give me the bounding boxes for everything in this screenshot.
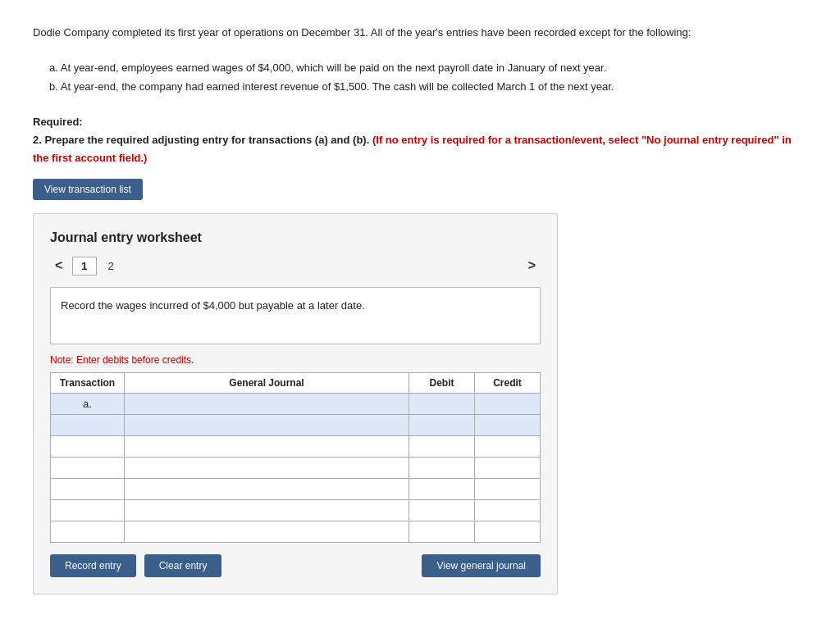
credit-input-5[interactable] [475, 478, 541, 499]
table-row [51, 499, 541, 521]
table-row [51, 457, 541, 478]
col-header-credit: Credit [475, 372, 541, 393]
debit-input-4[interactable] [409, 457, 475, 478]
general-journal-input-7[interactable] [125, 521, 409, 542]
worksheet-title: Journal entry worksheet [50, 230, 541, 245]
transaction-label-a: a. [51, 393, 125, 414]
clear-entry-button[interactable]: Clear entry [144, 554, 222, 577]
condition-a: a. At year-end, employees earned wages o… [49, 58, 807, 77]
table-row [51, 521, 541, 542]
note-text: Note: Enter debits before credits. [50, 354, 541, 366]
condition-b: b. At year-end, the company had earned i… [49, 77, 807, 96]
general-journal-input-2[interactable] [125, 414, 409, 435]
col-header-debit: Debit [409, 372, 475, 393]
tab-2[interactable]: 2 [102, 257, 121, 275]
general-journal-input-6[interactable] [125, 499, 409, 521]
general-journal-input-5[interactable] [125, 478, 409, 499]
credit-input-6[interactable] [475, 499, 541, 521]
table-row [51, 478, 541, 499]
nav-left-arrow[interactable]: < [50, 257, 67, 275]
debit-input-5[interactable] [409, 478, 475, 499]
table-row [51, 414, 541, 435]
journal-entry-worksheet: Journal entry worksheet < 1 2 > Record t… [33, 213, 558, 594]
general-journal-input-1[interactable] [125, 393, 409, 414]
general-journal-input-3[interactable] [125, 435, 409, 457]
debit-input-7[interactable] [409, 521, 475, 542]
debit-input-2[interactable] [409, 414, 475, 435]
view-transaction-button[interactable]: View transaction list [33, 179, 143, 200]
table-row [51, 435, 541, 457]
table-row: a. [51, 393, 541, 414]
tab-1[interactable]: 1 [72, 257, 96, 276]
transaction-label-3 [51, 435, 125, 457]
journal-table: Transaction General Journal Debit Credit… [50, 372, 541, 543]
credit-input-3[interactable] [475, 435, 541, 457]
transaction-label-4 [51, 457, 125, 478]
col-header-general-journal: General Journal [125, 372, 409, 393]
credit-input-4[interactable] [475, 457, 541, 478]
view-general-journal-button[interactable]: View general journal [422, 554, 541, 577]
debit-input-6[interactable] [409, 499, 475, 521]
col-header-transaction: Transaction [51, 372, 125, 393]
credit-input-1[interactable] [475, 393, 541, 414]
button-row: Record entry Clear entry View general jo… [50, 554, 541, 577]
worksheet-nav: < 1 2 > [50, 257, 541, 276]
record-entry-button[interactable]: Record entry [50, 554, 136, 577]
credit-input-2[interactable] [475, 414, 541, 435]
required-instruction-bold: 2. Prepare the required adjusting entry … [33, 134, 369, 146]
debit-input-1[interactable] [409, 393, 475, 414]
transaction-label-2 [51, 414, 125, 435]
transaction-label-7 [51, 521, 125, 542]
transaction-description: Record the wages incurred of $4,000 but … [50, 287, 541, 344]
transaction-label-5 [51, 478, 125, 499]
debit-input-3[interactable] [409, 435, 475, 457]
required-label: Required: [33, 116, 83, 128]
transaction-label-6 [51, 499, 125, 521]
nav-right-arrow[interactable]: > [523, 257, 541, 275]
general-journal-input-4[interactable] [125, 457, 409, 478]
credit-input-7[interactable] [475, 521, 541, 542]
intro-text: Dodie Company completed its first year o… [33, 25, 807, 42]
